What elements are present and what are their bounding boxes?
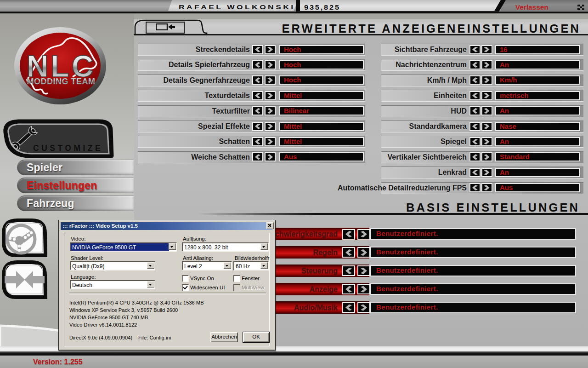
svg-text:CUSTOMIZE: CUSTOMIZE (33, 144, 103, 153)
svg-text:MODDING TEAM: MODDING TEAM (27, 77, 96, 86)
